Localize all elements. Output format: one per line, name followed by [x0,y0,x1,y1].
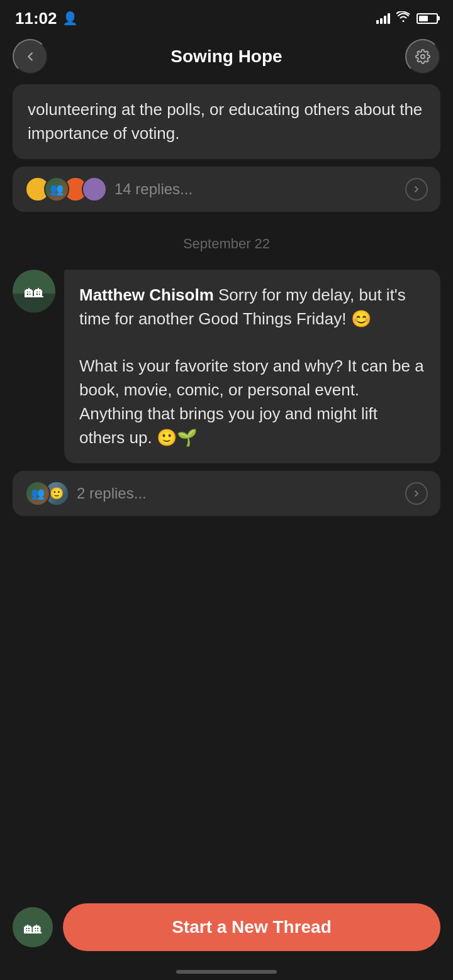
first-replies-row[interactable]: 14 replies... [13,167,440,212]
sender-avatar [13,270,55,312]
main-replies-count: 2 replies... [77,485,398,502]
wifi-icon [396,11,410,26]
message-text-partial: volunteering at the polls, or educating … [28,98,425,145]
bottom-bar: Start a New Thread [0,893,453,980]
avatar-2 [44,177,69,202]
reply-avatar-1 [25,481,50,506]
main-message-row: Matthew Chisolm Sorry for my delay, but … [13,270,440,463]
chevron-left-icon [23,50,37,63]
avatar-stack-first [25,177,107,202]
sender-name: Matthew Chisolm [79,285,214,304]
message-bubble-partial: volunteering at the polls, or educating … [13,84,440,159]
chat-area: volunteering at the polls, or educating … [0,84,453,534]
message-body-text: Sorry for my delay, but it's time for an… [79,285,424,446]
avatar-stack-main [25,481,69,506]
signal-icon [376,13,390,24]
new-thread-button[interactable]: Start a New Thread [63,903,440,951]
battery-icon [417,13,438,24]
channel-title: Sowing Hope [171,47,282,67]
settings-button[interactable] [405,39,440,74]
main-message-body: Matthew Chisolm Sorry for my delay, but … [79,284,425,449]
date-separator: September 22 [13,236,440,252]
status-bar: 11:02 👤 [0,0,453,33]
status-time: 11:02 👤 [15,9,78,28]
main-message-bubble: Matthew Chisolm Sorry for my delay, but … [64,270,440,463]
current-user-avatar [13,907,53,947]
svg-point-0 [421,55,425,58]
new-thread-label: Start a New Thread [172,917,332,937]
bottom-spacer [0,534,453,634]
avatar-4 [82,177,107,202]
main-replies-arrow[interactable] [405,482,428,505]
home-indicator [176,970,277,974]
first-replies-count: 14 replies... [115,180,398,198]
nav-header: Sowing Hope [0,33,453,84]
gear-icon [415,49,430,64]
first-replies-arrow[interactable] [405,178,428,201]
main-replies-row[interactable]: 2 replies... [13,471,440,516]
back-button[interactable] [13,39,48,74]
person-icon: 👤 [62,11,78,26]
status-icons [376,11,438,26]
time-display: 11:02 [15,9,57,28]
